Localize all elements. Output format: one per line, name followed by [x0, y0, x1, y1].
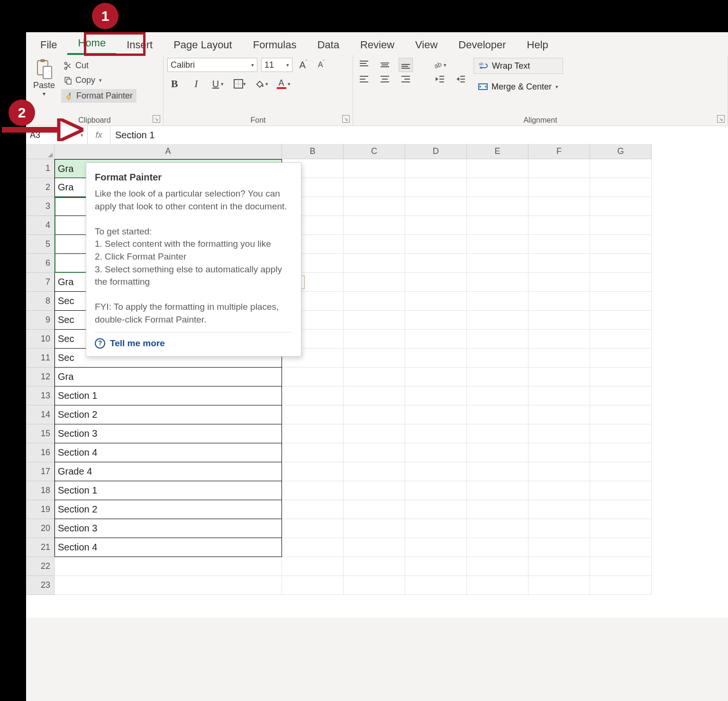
cell-D8[interactable] [405, 292, 467, 311]
cell-F4[interactable] [528, 216, 590, 235]
cell-A20[interactable]: Section 3 [55, 519, 282, 538]
cell-F3[interactable] [528, 197, 590, 216]
column-header-G[interactable]: G [590, 144, 652, 159]
row-header-11[interactable]: 11 [26, 349, 55, 368]
row-header-13[interactable]: 13 [26, 386, 55, 405]
cell-E7[interactable] [467, 273, 528, 292]
cell-D15[interactable] [405, 424, 467, 443]
cell-F22[interactable] [528, 557, 590, 576]
cell-D14[interactable] [405, 405, 467, 424]
cell-A18[interactable]: Section 1 [55, 481, 282, 500]
cell-C3[interactable] [344, 197, 405, 216]
cell-F12[interactable] [528, 368, 590, 386]
cell-F21[interactable] [528, 538, 590, 557]
cell-D20[interactable] [405, 519, 467, 538]
cell-C4[interactable] [344, 216, 405, 235]
cell-G3[interactable] [590, 197, 652, 216]
cell-B22[interactable] [282, 557, 344, 576]
cell-E11[interactable] [467, 349, 528, 368]
merge-center-button[interactable]: Merge & Center ▾ [473, 79, 563, 95]
cell-D11[interactable] [405, 349, 467, 368]
column-header-D[interactable]: D [405, 144, 467, 159]
cell-A21[interactable]: Section 4 [55, 538, 282, 557]
row-header-23[interactable]: 23 [26, 576, 55, 595]
cell-E20[interactable] [467, 519, 528, 538]
column-header-B[interactable]: B [282, 144, 344, 159]
underline-button[interactable]: U▾ [211, 77, 225, 91]
format-painter-button[interactable]: Format Painter [61, 89, 136, 103]
align-right-button[interactable] [399, 72, 413, 86]
cell-G19[interactable] [590, 500, 652, 519]
cell-C10[interactable] [344, 330, 405, 349]
cell-E1[interactable] [467, 159, 528, 178]
cell-D17[interactable] [405, 462, 467, 481]
tab-review[interactable]: Review [350, 35, 405, 55]
increase-indent-button[interactable] [454, 72, 468, 86]
row-header-10[interactable]: 10 [26, 330, 55, 349]
align-left-button[interactable] [357, 72, 371, 86]
cell-D5[interactable] [405, 235, 467, 254]
cell-D6[interactable] [405, 254, 467, 273]
tab-data[interactable]: Data [307, 35, 349, 55]
cell-D16[interactable] [405, 443, 467, 462]
cell-G10[interactable] [590, 330, 652, 349]
select-all-corner[interactable] [26, 144, 55, 159]
column-header-C[interactable]: C [344, 144, 405, 159]
cell-C15[interactable] [344, 424, 405, 443]
cell-F6[interactable] [528, 254, 590, 273]
cell-C6[interactable] [344, 254, 405, 273]
cell-C12[interactable] [344, 368, 405, 386]
align-bottom-button[interactable] [399, 58, 413, 72]
column-header-E[interactable]: E [467, 144, 528, 159]
cell-D18[interactable] [405, 481, 467, 500]
cell-D9[interactable] [405, 311, 467, 330]
row-header-3[interactable]: 3 [26, 197, 55, 216]
cell-E13[interactable] [467, 386, 528, 405]
cell-A14[interactable]: Section 2 [55, 405, 282, 424]
cell-C2[interactable] [344, 178, 405, 197]
decrease-font-button[interactable]: Aˇ [314, 58, 328, 72]
increase-font-button[interactable]: Aˆ [296, 58, 310, 72]
cell-C14[interactable] [344, 405, 405, 424]
cell-E6[interactable] [467, 254, 528, 273]
cell-F7[interactable] [528, 273, 590, 292]
cell-E23[interactable] [467, 576, 528, 595]
cell-G12[interactable] [590, 368, 652, 386]
cell-F14[interactable] [528, 405, 590, 424]
tab-page-layout[interactable]: Page Layout [163, 35, 243, 55]
cell-B19[interactable] [282, 500, 344, 519]
row-header-15[interactable]: 15 [26, 424, 55, 443]
cell-C7[interactable] [344, 273, 405, 292]
tab-formulas[interactable]: Formulas [243, 35, 307, 55]
cell-D4[interactable] [405, 216, 467, 235]
cell-F9[interactable] [528, 311, 590, 330]
cell-G13[interactable] [590, 386, 652, 405]
font-launcher[interactable]: ↘ [342, 115, 350, 123]
align-middle-button[interactable] [378, 58, 392, 72]
tab-help[interactable]: Help [517, 35, 559, 55]
italic-button[interactable]: I [189, 77, 203, 91]
cell-D3[interactable] [405, 197, 467, 216]
cell-G8[interactable] [590, 292, 652, 311]
cell-C11[interactable] [344, 349, 405, 368]
cell-G18[interactable] [590, 481, 652, 500]
row-header-4[interactable]: 4 [26, 216, 55, 235]
cell-B14[interactable] [282, 405, 344, 424]
cell-B15[interactable] [282, 424, 344, 443]
cell-F16[interactable] [528, 443, 590, 462]
row-header-19[interactable]: 19 [26, 500, 55, 519]
cell-A23[interactable] [55, 576, 282, 595]
cell-A13[interactable]: Section 1 [55, 386, 282, 405]
cell-F10[interactable] [528, 330, 590, 349]
cell-E8[interactable] [467, 292, 528, 311]
cell-B20[interactable] [282, 519, 344, 538]
cell-A17[interactable]: Grade 4 [55, 462, 282, 481]
align-center-button[interactable] [378, 72, 392, 86]
cell-F1[interactable] [528, 159, 590, 178]
cell-A15[interactable]: Section 3 [55, 424, 282, 443]
cell-E3[interactable] [467, 197, 528, 216]
cell-C5[interactable] [344, 235, 405, 254]
cell-B12[interactable] [282, 368, 344, 386]
cell-E10[interactable] [467, 330, 528, 349]
cell-E2[interactable] [467, 178, 528, 197]
